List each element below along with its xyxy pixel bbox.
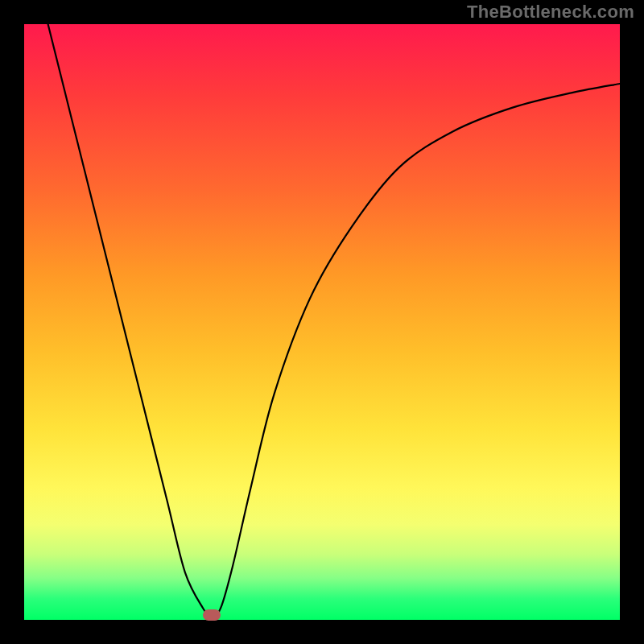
chart-frame: TheBottleneck.com [0, 0, 644, 644]
minimum-marker [203, 609, 221, 621]
bottleneck-curve [48, 24, 620, 617]
watermark-label: TheBottleneck.com [467, 2, 634, 23]
curve-svg [24, 24, 620, 620]
plot-area [24, 24, 620, 620]
